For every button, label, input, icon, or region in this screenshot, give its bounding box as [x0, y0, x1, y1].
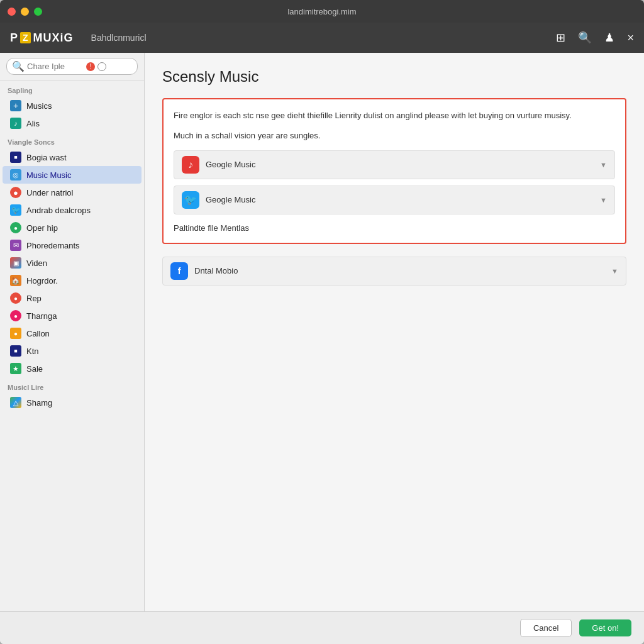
sale-icon: ★ — [10, 363, 21, 374]
alis-icon: ♪ — [10, 118, 21, 129]
viden-icon: ▣ — [10, 257, 21, 269]
search-icon: 🔍 — [12, 60, 25, 72]
sub-description-text: Much in a schall vision year are sungles… — [174, 131, 615, 140]
logo-z: Z — [20, 32, 31, 43]
content-title: Scensly Music — [162, 68, 626, 86]
bogia-icon: ■ — [10, 152, 21, 163]
phore-icon: ✉ — [10, 240, 21, 251]
sidebar-item-tharnga[interactable]: ● Tharnga — [3, 307, 142, 325]
sidebar-item-shamg[interactable]: △ Shamg — [3, 394, 142, 411]
dropdown-2-arrow: ▼ — [600, 196, 607, 204]
sidebar-label-viden: Viden — [26, 258, 47, 268]
sidebar: 🔍 ! Sapling + Musics ♪ Alis Viangle Sonc… — [0, 53, 145, 611]
dropdown-1-arrow: ▼ — [600, 161, 607, 169]
user-icon[interactable]: ♟ — [604, 31, 614, 45]
rep-icon: ● — [10, 292, 21, 304]
sidebar-label-bogia: Bogia wast — [26, 153, 67, 162]
sidebar-search-container: 🔍 ! — [0, 53, 144, 80]
breadcrumb: Bahdlcnmuricl — [91, 33, 147, 43]
sidebar-item-alis[interactable]: ♪ Alis — [3, 114, 142, 132]
sidebar-item-music-music[interactable]: ◎ Music Music — [3, 166, 142, 184]
dots-icon — [97, 62, 106, 71]
sidebar-label-hogrdor: Hogrdor. — [26, 276, 58, 286]
titlebar: landimitrebogi.mim — [0, 0, 644, 23]
dropdown-google-music-1[interactable]: ♪ Geogle Music ▼ — [174, 150, 615, 179]
minimize-button[interactable] — [21, 8, 29, 16]
sidebar-item-viden[interactable]: ▣ Viden — [3, 254, 142, 272]
sidebar-label-alis: Alis — [26, 119, 40, 128]
app-window: landimitrebogi.mim P Z MUXiG Bahdlcnmuri… — [0, 0, 644, 644]
sidebar-item-oper[interactable]: ● Oper hip — [3, 219, 142, 236]
under-icon: ● — [10, 187, 21, 198]
cancel-button[interactable]: Cancel — [520, 619, 572, 637]
sidebar-label-tharnga: Tharnga — [26, 311, 57, 321]
close-button[interactable] — [8, 8, 16, 16]
window-title: landimitrebogi.mim — [287, 7, 356, 16]
sidebar-label-ktn: Ktn — [26, 347, 39, 356]
close-icon[interactable]: × — [627, 31, 634, 45]
dropdown-dntal-mobio[interactable]: f Dntal Mobio ▼ — [162, 257, 626, 286]
sidebar-label-under: Under natriol — [26, 188, 73, 197]
search-icon[interactable]: 🔍 — [578, 31, 592, 45]
dropdown-3-arrow: ▼ — [611, 267, 618, 275]
logo-p: P — [10, 31, 18, 45]
app-logo: P Z MUXiG — [10, 31, 74, 45]
sidebar-label-phore: Phoredemants — [26, 241, 80, 250]
sidebar-label-sale: Sale — [26, 364, 43, 374]
bottom-bar: Cancel Get on! — [0, 611, 644, 644]
confirm-button[interactable]: Get on! — [579, 619, 631, 636]
sidebar-label-callon: Callon — [26, 329, 50, 338]
sidebar-item-bogia[interactable]: ■ Bogia wast — [3, 148, 142, 166]
sidebar-item-musics[interactable]: + Musics — [3, 97, 142, 114]
shamg-icon: △ — [10, 397, 21, 408]
description-text: Fire englor is each stc nse gee dieht th… — [174, 109, 615, 122]
warning-icon: ! — [86, 62, 95, 71]
hogrdor-icon: 🏠 — [10, 275, 21, 286]
sidebar-item-callon[interactable]: ● Callon — [3, 325, 142, 342]
section-sapling-label: Sapling — [0, 80, 144, 97]
sidebar-item-phore[interactable]: ✉ Phoredemants — [3, 236, 142, 254]
sidebar-item-sale[interactable]: ★ Sale — [3, 360, 142, 377]
facebook-icon: f — [170, 262, 188, 280]
google-music-icon-1: ♪ — [182, 156, 199, 174]
toolbar-icons: ⊞ 🔍 ♟ × — [556, 31, 634, 45]
search-input[interactable] — [27, 62, 84, 71]
maximize-button[interactable] — [34, 8, 42, 16]
dropdown-google-music-2[interactable]: 🐦 Geogle Music ▼ — [174, 186, 615, 214]
twitter-icon: 🐦 — [182, 191, 199, 209]
main-layout: 🔍 ! Sapling + Musics ♪ Alis Viangle Sonc… — [0, 53, 644, 611]
callon-icon: ● — [10, 328, 21, 339]
dropdown-1-label: Geogle Music — [206, 160, 594, 169]
sidebar-label-andrab: Andrab dealcrops — [26, 206, 91, 215]
sidebar-label-music-music: Music Music — [26, 170, 72, 180]
musics-icon: + — [10, 100, 21, 111]
sidebar-item-under[interactable]: ● Under natriol — [3, 184, 142, 201]
section-musicl-label: Musicl Lire — [0, 377, 144, 394]
sidebar-label-oper: Oper hip — [26, 223, 58, 233]
sidebar-item-ktn[interactable]: ■ Ktn — [3, 342, 142, 360]
sidebar-label-shamg: Shamg — [26, 398, 52, 408]
titlebar-buttons — [8, 8, 42, 16]
oper-icon: ● — [10, 222, 21, 233]
search-input-wrapper[interactable]: 🔍 ! — [6, 58, 138, 75]
sidebar-item-hogrdor[interactable]: 🏠 Hogrdor. — [3, 272, 142, 289]
andrab-icon: 🐦 — [10, 204, 21, 216]
sidebar-item-andrab[interactable]: 🐦 Andrab dealcrops — [3, 201, 142, 219]
share-icon[interactable]: ⊞ — [556, 31, 565, 45]
tharnga-icon: ● — [10, 310, 21, 321]
toolbar: P Z MUXiG Bahdlcnmuricl ⊞ 🔍 ♟ × — [0, 23, 644, 53]
red-section: Fire englor is each stc nse gee dieht th… — [162, 98, 626, 244]
sidebar-label-rep: Rep — [26, 294, 42, 303]
sidebar-label-musics: Musics — [26, 101, 52, 111]
section-footer-label: Paltindte flle Mentlas — [174, 221, 615, 233]
logo-name: MUXiG — [33, 31, 74, 45]
dropdown-3-label: Dntal Mobio — [194, 266, 605, 275]
section-viangle-label: Viangle Soncs — [0, 132, 144, 148]
sidebar-item-rep[interactable]: ● Rep — [3, 289, 142, 307]
content-area: Scensly Music Fire englor is each stc ns… — [145, 53, 644, 611]
dropdown-2-label: Geogle Music — [206, 195, 594, 204]
ktn-icon: ■ — [10, 345, 21, 357]
music-music-icon: ◎ — [10, 169, 21, 180]
